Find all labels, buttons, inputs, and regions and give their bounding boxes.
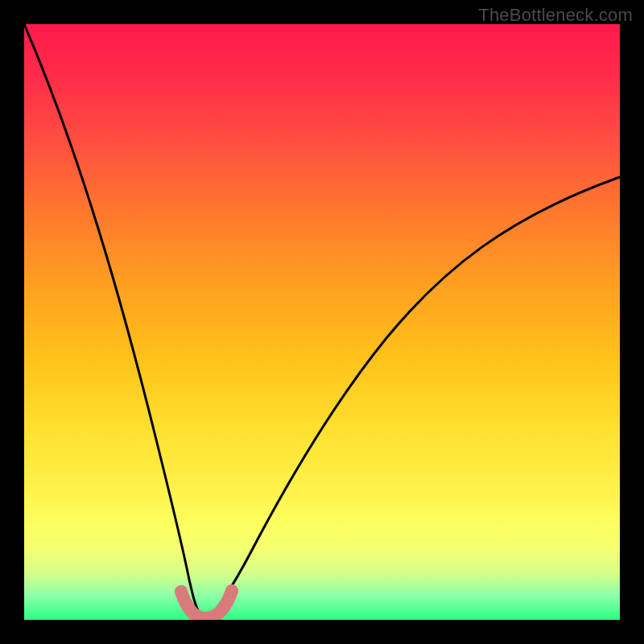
highlight-bottom — [181, 591, 232, 618]
highlight-dot — [175, 585, 188, 598]
chart-frame: TheBottleneck.com — [0, 0, 644, 644]
bottleneck-curve — [24, 24, 620, 617]
highlight-dot — [225, 584, 238, 597]
plot-area — [24, 24, 620, 620]
curve-layer — [24, 24, 620, 620]
watermark-text: TheBottleneck.com — [478, 5, 633, 26]
